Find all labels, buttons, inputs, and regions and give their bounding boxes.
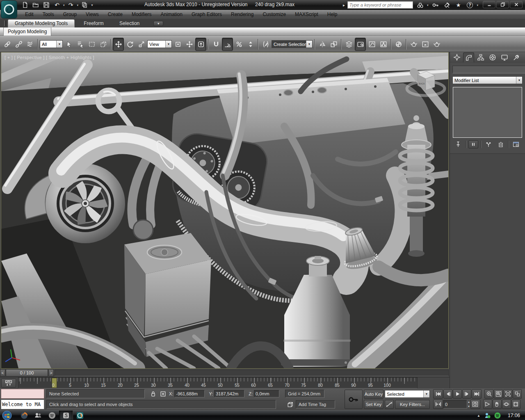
current-frame-field[interactable] — [443, 400, 467, 409]
named-selection-set-dropdown[interactable]: Create Selection Se ▼ — [272, 40, 313, 48]
x-coordinate-field[interactable] — [174, 390, 205, 397]
toggle-ribbon-button[interactable] — [355, 38, 366, 51]
tab-freeform[interactable]: Freeform — [77, 20, 110, 27]
taskbar-browser-icon[interactable] — [17, 411, 31, 420]
orbit-button[interactable] — [502, 399, 511, 409]
taskbar-3dsmax-icon[interactable] — [73, 411, 87, 420]
favorites-button[interactable]: ★ — [454, 1, 463, 9]
zoom-extents-button[interactable] — [503, 389, 512, 399]
set-keys-button[interactable] — [345, 390, 363, 409]
crossing-selection-toggle[interactable] — [285, 400, 295, 409]
menu-item-views[interactable]: Views — [81, 10, 103, 19]
rollout-area[interactable] — [450, 153, 525, 388]
selection-lock-toggle[interactable] — [148, 390, 158, 398]
maximize-viewport-toggle-button[interactable] — [511, 399, 520, 409]
redo-dropdown[interactable]: ▾ — [77, 4, 79, 7]
menu-item-customize[interactable]: Customize — [258, 10, 290, 19]
schematic-view-button[interactable] — [378, 38, 389, 51]
go-to-end-button[interactable] — [472, 389, 482, 399]
menu-item-create[interactable]: Create — [103, 10, 127, 19]
frame-spinner[interactable]: ▲ ▼ — [468, 400, 470, 409]
set-key-button[interactable]: Set Key — [364, 400, 383, 409]
menu-item-rendering[interactable]: Rendering — [226, 10, 258, 19]
rendered-frame-window-button[interactable] — [420, 38, 431, 51]
configure-modifier-sets-button[interactable] — [511, 140, 521, 148]
time-slider-thumb[interactable]: 0 / 100 — [6, 369, 48, 377]
y-coordinate-field[interactable] — [214, 390, 244, 397]
project-folder-button[interactable] — [80, 1, 89, 9]
keyboard-shortcut-override-button[interactable] — [195, 38, 206, 51]
select-by-name-button[interactable] — [75, 38, 86, 51]
previous-frame-button[interactable] — [443, 389, 452, 399]
tab-selection[interactable]: Selection — [113, 20, 146, 27]
percent-snap-toggle-button[interactable] — [233, 38, 244, 51]
auto-key-button[interactable]: Auto Key — [364, 390, 383, 399]
pin-stack-button[interactable] — [453, 140, 463, 148]
undo-button[interactable]: ↶ — [52, 1, 62, 9]
open-file-button[interactable] — [31, 1, 40, 9]
zoom-button[interactable] — [484, 389, 493, 399]
start-button[interactable] — [0, 411, 14, 420]
polygon-modeling-panel-tab[interactable]: Polygon Modeling — [3, 27, 51, 36]
z-coordinate-field[interactable] — [254, 390, 279, 397]
search-expand-icon[interactable]: ▸ — [343, 3, 345, 7]
unlink-selection-button[interactable] — [13, 38, 24, 51]
tab-create[interactable] — [451, 52, 462, 62]
show-end-result-button[interactable] — [468, 140, 478, 148]
viewcube-back-label[interactable]: BACK — [419, 82, 425, 85]
previous-frame-arrow[interactable]: < — [0, 369, 5, 377]
rectangular-selection-region-button[interactable] — [86, 38, 97, 51]
minimize-button[interactable] — [483, 1, 495, 8]
tab-graphite-modeling-tools[interactable]: Graphite Modeling Tools — [8, 19, 75, 27]
qat-options-dropdown[interactable]: ▼ — [91, 4, 94, 7]
tray-expand-icon[interactable]: ▲ — [477, 414, 480, 418]
tab-motion[interactable] — [487, 52, 498, 62]
save-file-button[interactable] — [42, 1, 51, 9]
use-pivot-point-center-button[interactable] — [172, 38, 183, 51]
layer-manager-button[interactable] — [343, 38, 354, 51]
close-button[interactable] — [510, 1, 523, 8]
tab-modify[interactable] — [463, 52, 474, 62]
time-slider-track[interactable] — [55, 370, 449, 376]
modifier-stack[interactable] — [453, 87, 522, 138]
ribbon-grip[interactable] — [4, 21, 6, 26]
angle-snap-toggle-button[interactable] — [222, 38, 233, 51]
key-mode-dropdown[interactable]: Selected ▼ — [385, 390, 430, 398]
window-crossing-toggle-button[interactable] — [98, 38, 109, 51]
viewport-scene[interactable]: BACK — [1, 52, 448, 368]
snaps-toggle-button[interactable] — [210, 38, 221, 51]
help-dropdown[interactable]: ▾ — [477, 4, 479, 7]
render-setup-button[interactable] — [408, 38, 419, 51]
select-and-rotate-button[interactable] — [124, 38, 135, 51]
next-frame-button[interactable] — [462, 389, 471, 399]
menu-item-graph-editors[interactable]: Graph Editors — [187, 10, 226, 19]
object-name-field[interactable] — [452, 66, 525, 73]
tray-messenger-icon[interactable] — [484, 412, 491, 419]
viewport-label[interactable]: [ + ] [ Perspective ] [ Smooth + Highlig… — [5, 55, 94, 60]
redo-button[interactable]: ↷ — [66, 1, 75, 9]
bind-to-space-warp-button[interactable] — [25, 38, 36, 51]
select-object-button[interactable] — [63, 38, 74, 51]
play-animation-button[interactable] — [453, 389, 462, 399]
help-button[interactable]: ? — [466, 1, 475, 9]
spinner-snap-toggle-button[interactable] — [245, 38, 256, 51]
zoom-all-button[interactable] — [494, 389, 503, 399]
perspective-viewport[interactable]: [ + ] [ Perspective ] [ Smooth + Highlig… — [1, 52, 449, 369]
zoom-extents-all-button[interactable] — [513, 389, 522, 399]
ribbon-minimize-dropdown[interactable]: ▼ — [153, 21, 163, 26]
maxscript-mini-listener[interactable] — [1, 389, 44, 399]
search-input[interactable] — [347, 1, 413, 9]
menu-item-help[interactable]: Help — [323, 10, 342, 19]
remove-modifier-button[interactable] — [496, 140, 506, 148]
menu-item-maxscript[interactable]: MAXScript — [290, 10, 323, 19]
select-and-scale-button[interactable] — [136, 38, 147, 51]
new-file-button[interactable] — [21, 1, 30, 9]
mirror-button[interactable] — [317, 38, 328, 51]
communication-center-button[interactable] — [443, 1, 452, 9]
go-to-start-button[interactable] — [433, 389, 443, 399]
edit-named-selection-sets-button[interactable] — [260, 38, 271, 51]
default-tangent-button[interactable] — [385, 400, 394, 409]
tab-display[interactable] — [499, 52, 510, 62]
taskbar-clock[interactable]: 17:06 — [508, 413, 520, 418]
make-unique-button[interactable] — [484, 140, 493, 148]
